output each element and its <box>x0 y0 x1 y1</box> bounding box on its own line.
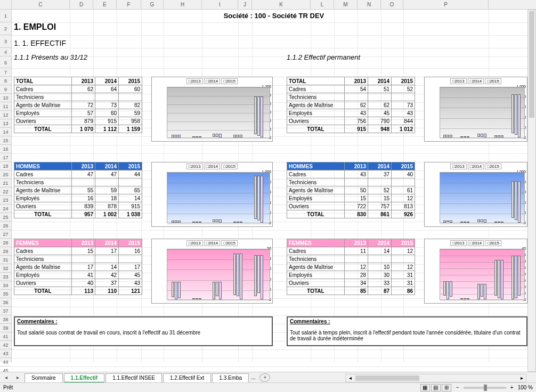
tab-1-3-emba[interactable]: 1.3.Emba <box>212 373 249 383</box>
row-header-32[interactable]: 32 <box>0 264 11 273</box>
table-total_left: TOTAL201320142015Cadres626460Techniciens… <box>14 77 142 133</box>
col-header-D[interactable]: D <box>70 0 93 9</box>
row-header-24[interactable]: 24 <box>0 205 11 213</box>
tab-nav-first[interactable]: ◂ <box>0 373 12 382</box>
col-header-C[interactable]: C <box>12 0 70 9</box>
comments-label: Commentaires : <box>17 318 270 324</box>
row-header-7[interactable]: 7 <box>0 68 11 77</box>
table-hommes_left: HOMMES201320142015Cadres474744Technicien… <box>14 162 142 218</box>
zoom-slider[interactable] <box>464 387 506 389</box>
row-header-28[interactable]: 28 <box>0 239 11 247</box>
row-header-43[interactable]: 43 <box>0 349 11 358</box>
col-header-P[interactable]: P <box>403 0 489 9</box>
row-header-33[interactable]: 33 <box>0 273 11 281</box>
view-buttons[interactable]: ▦▤⊞ <box>420 384 452 391</box>
spreadsheet-content[interactable]: Société : 100 - Société TR DEV 1. EMPLOI… <box>12 10 536 362</box>
section-permanent: 1.1.2 Effectif permanent <box>287 53 360 61</box>
tabs-more[interactable]: ... <box>251 374 255 380</box>
row-header-36[interactable]: 36 <box>0 298 11 307</box>
col-header-I[interactable]: I <box>202 0 238 9</box>
row-header-2[interactable]: 2 <box>0 22 11 35</box>
row-header-1[interactable]: 1 <box>0 10 11 22</box>
col-header-O[interactable]: O <box>381 0 403 9</box>
chart-total_left[interactable]: □2013□2014□201502004006008001 0001 200 <box>151 77 273 142</box>
row-header-29[interactable]: 29 <box>0 247 11 256</box>
tab-1-1-effectif-insee[interactable]: 1.1.Effectif INSEE <box>105 373 162 383</box>
row-header-25[interactable]: 25 <box>0 213 11 222</box>
zoom-level: 100 % <box>518 385 533 390</box>
col-header-E[interactable]: E <box>93 0 117 9</box>
row-header-13[interactable]: 13 <box>0 119 11 128</box>
tab-1-1-effectif[interactable]: 1.1.Effectif <box>64 373 105 383</box>
horizontal-scrollbar[interactable]: ◂▸ <box>345 374 526 382</box>
row-header-41[interactable]: 41 <box>0 332 11 341</box>
col-header-K[interactable]: K <box>252 0 311 9</box>
col-header-H[interactable]: H <box>164 0 202 9</box>
chart-hommes_left[interactable]: □2013□2014□201502004006008001 000 <box>151 162 273 227</box>
row-headers: 1234678910111213141516171820212223242526… <box>0 10 12 362</box>
comments-label: Commentaires : <box>290 318 524 324</box>
tab-1-2-effectif-ext[interactable]: 1.2.Effectif Ext <box>163 373 211 383</box>
tab-nav-prev[interactable]: ▸ <box>12 373 23 382</box>
row-header-26[interactable]: 26 <box>0 222 11 230</box>
zoom-out[interactable]: − <box>456 385 459 390</box>
col-header-L[interactable]: L <box>311 0 334 9</box>
table-femmes_right: FEMMES201320142015Cadres111412Technicien… <box>287 239 415 295</box>
row-header-10[interactable]: 10 <box>0 94 11 102</box>
row-header-23[interactable]: 23 <box>0 196 11 205</box>
row-header-34[interactable]: 34 <box>0 281 11 290</box>
column-headers: CDEFGHIJKLMNOP <box>0 0 536 10</box>
row-header-42[interactable]: 42 <box>0 341 11 349</box>
row-header-4[interactable]: 4 <box>0 48 11 56</box>
section-effectif: 1. 1. EFFECTIF <box>14 39 66 47</box>
row-header-22[interactable]: 22 <box>0 187 11 196</box>
comments-left: Commentaires : Tout salarié sous contrat… <box>14 316 273 346</box>
row-header-9[interactable]: 9 <box>0 85 11 94</box>
row-header-27[interactable]: 27 <box>0 230 11 239</box>
col-header-J[interactable]: J <box>238 0 252 9</box>
chart-hommes_right[interactable]: □2013□2014□201502004006008001 000 <box>424 162 527 227</box>
chart-femmes_right[interactable]: □2013□2014□20150510152025303540 <box>424 239 527 304</box>
row-header-31[interactable]: 31 <box>0 256 11 264</box>
page-title: Société : 100 - Société TR DEV <box>12 10 536 22</box>
row-header-35[interactable]: 35 <box>0 290 11 298</box>
row-header-38[interactable]: 38 <box>0 315 11 324</box>
col-header-F[interactable]: F <box>117 0 141 9</box>
row-header-3[interactable]: 3 <box>0 35 11 48</box>
row-header-18[interactable]: 18 <box>0 162 11 170</box>
add-sheet-button[interactable]: + <box>259 373 270 382</box>
row-header-20[interactable]: 20 <box>0 170 11 179</box>
chart-total_right[interactable]: □2013□2014□201502004006008001 000 <box>424 77 527 142</box>
status-ready: Prêt <box>3 385 13 390</box>
chart-femmes_left[interactable]: □2013□2014□201501020304050 <box>151 239 273 304</box>
row-header-6[interactable]: 6 <box>0 56 11 68</box>
section-presents: 1.1.1 Présents au 31/12 <box>14 53 87 61</box>
zoom-in[interactable]: + <box>510 385 514 390</box>
row-header-39[interactable]: 39 <box>0 324 11 332</box>
table-hommes_right: HOMMES201320142015Cadres433740Technicien… <box>287 162 415 218</box>
vertical-scrollbar[interactable] <box>527 10 536 372</box>
row-header-21[interactable]: 21 <box>0 179 11 187</box>
row-header-37[interactable]: 37 <box>0 307 11 315</box>
row-header-11[interactable]: 11 <box>0 102 11 111</box>
row-header-15[interactable]: 15 <box>0 136 11 145</box>
comments-text-left: Tout salarié sous contrat de travail en … <box>17 330 270 336</box>
row-header-44[interactable]: 44 <box>0 358 11 366</box>
tab-sommaire[interactable]: Sommaire <box>25 373 63 383</box>
col-header-G[interactable]: G <box>141 0 164 9</box>
col-header-N[interactable]: N <box>358 0 381 9</box>
status-bar: Prêt ▦▤⊞ − + 100 % <box>0 382 536 392</box>
section-emploi: 1. EMPLOI <box>14 22 56 32</box>
row-header-17[interactable]: 17 <box>0 153 11 162</box>
table-total_right: TOTAL201320142015Cadres545152Techniciens… <box>287 77 415 133</box>
table-femmes_left: FEMMES201320142015Cadres151716Technicien… <box>14 239 142 295</box>
row-header-16[interactable]: 16 <box>0 145 11 153</box>
row-header-14[interactable]: 14 <box>0 128 11 136</box>
comments-text-right: Tout salarié à temps plein, inscrit à l'… <box>290 330 524 341</box>
comments-right: Commentaires : Tout salarié à temps plei… <box>287 316 527 346</box>
row-header-8[interactable]: 8 <box>0 77 11 85</box>
row-header-12[interactable]: 12 <box>0 111 11 119</box>
col-header-M[interactable]: M <box>334 0 358 9</box>
